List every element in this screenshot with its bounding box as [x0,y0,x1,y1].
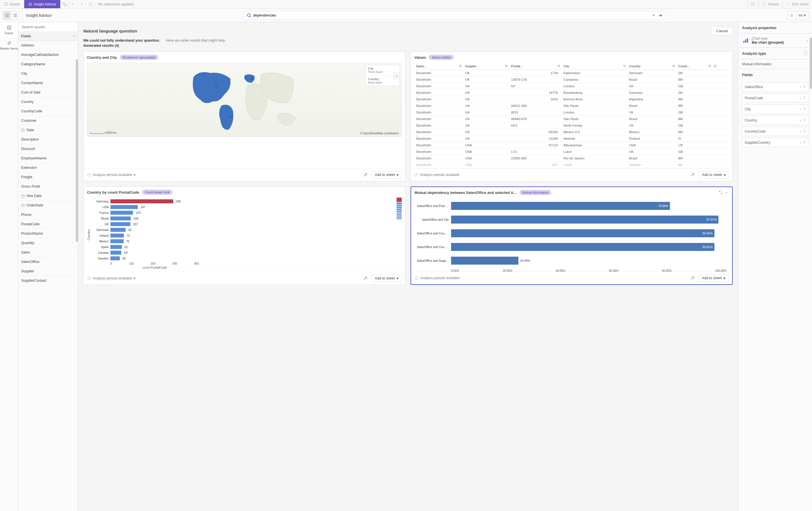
bar-row[interactable]: USA147 [92,205,394,210]
field-item[interactable]: Customer [18,116,78,125]
explore-icon[interactable] [689,171,697,179]
table-header[interactable]: Count…🔍︎ [676,63,713,70]
bar-row[interactable]: Denmark82 [92,227,394,232]
property-field-item[interactable]: CountryCode›⠿ [742,127,809,136]
field-item[interactable]: Cost of Sale [18,88,78,97]
smart-search-icon[interactable] [60,2,69,6]
bar-row[interactable]: Ireland72 [92,233,394,238]
field-item[interactable]: Date [18,125,78,135]
explore-icon[interactable] [361,274,370,282]
assets-search-input[interactable] [21,25,75,29]
side-scrollbar[interactable] [76,59,78,242]
grip-icon[interactable]: ⠿ [803,118,806,122]
fields-category-header[interactable]: Fields ⌃ [18,32,78,41]
clear-search-icon[interactable]: ✕ [651,12,657,19]
table-row[interactable]: StockholmUKHU1North FerribyUKGB [414,122,729,129]
table-row[interactable]: StockholmUK1010Buenos AiresArgentinaAR [414,96,729,103]
field-item[interactable]: Supplier [18,267,78,276]
field-item[interactable]: Phone [18,210,78,219]
table-row[interactable]: StockholmUK1734KøbenhavnDenmarkDK [414,70,729,77]
add-to-sheet-button[interactable]: Add to sheet ▾ [699,274,729,282]
table-header[interactable]: City🔍︎ [562,63,628,70]
field-item[interactable]: Quantity [18,238,78,248]
property-field-item[interactable]: SupplierCountry›⠿ [742,138,809,147]
nlq-search-box[interactable]: ✕ [244,11,666,20]
field-item[interactable]: EmployeeName [18,154,78,163]
language-select[interactable]: en▾ [796,11,809,20]
table-header[interactable]: Sales…🔍︎ [414,63,463,70]
microphone-button[interactable] [787,11,796,20]
add-to-sheet-button[interactable]: Add to sheet ▾ [372,275,402,282]
field-item[interactable]: Country [18,97,78,107]
bar-row[interactable]: SalesOffice and Country95.62% [417,228,726,238]
bookmarks-button[interactable] [747,0,758,8]
table-header[interactable]: C [713,63,729,70]
rail-master-items[interactable]: Master items [0,38,18,53]
field-item[interactable]: Address [18,41,78,50]
periods-label[interactable]: Analysis periods available [420,173,459,177]
table-row[interactable]: StockholmUSA972LuleåSwedenSE [414,162,729,168]
bar-row[interactable]: SalesOffice and City97.07% [417,214,726,225]
table-row[interactable]: StockholmUK14776BrandenburgGermanyDE [414,90,729,96]
bar-row[interactable]: Mexico70 [92,239,394,244]
periods-label[interactable]: Analysis periods available [93,173,132,177]
mutual-bar-chart[interactable]: SalesOffice and PostalCode79.50%SalesOff… [414,198,729,269]
table-row[interactable]: StockholmUK08440-070São PauloBrazilBR [414,116,729,122]
add-to-sheet-button[interactable]: Add to sheet ▾ [699,171,729,179]
field-item[interactable]: SalesOffice [18,257,78,267]
periods-label[interactable]: Analysis periods available [420,276,460,280]
bar-row[interactable]: Sweden50 [92,256,394,261]
bar-row[interactable]: UK107 [92,221,394,227]
cancel-button[interactable]: Cancel [712,27,733,35]
bar-row[interactable]: Brazil109 [92,216,394,221]
table-row[interactable]: StockholmUK21240HelsinkiFinlandFI [414,136,729,142]
add-to-sheet-button[interactable]: Add to sheet ▾ [372,171,402,179]
bar-row[interactable]: Germany338 [92,199,394,204]
minimap-bars[interactable] [397,198,402,272]
content-scrollbar[interactable] [810,38,812,89]
field-item[interactable]: Freight [18,173,78,182]
grip-icon[interactable]: ⠿ [803,96,806,100]
clear-selections-icon[interactable] [86,2,95,6]
field-item[interactable]: Sales [18,248,78,257]
fullscreen-icon[interactable] [719,190,723,195]
bar-row[interactable]: Spain61 [92,244,394,249]
map-chart[interactable]: CityPoint layer CountryArea layer 5000 k… [87,63,402,137]
table-row[interactable]: StockholmUKN7LondonUKGB [414,83,729,90]
periods-label[interactable]: Analysis periods available [93,276,132,280]
grip-icon[interactable]: ⠿ [803,85,806,89]
sheets-button[interactable]: Sheets [758,0,783,8]
field-item[interactable]: CategoryName [18,60,78,69]
table-row[interactable]: StockholmUK06200México D.F.MexicoMX [414,129,729,136]
bar-row[interactable]: France122 [92,210,394,215]
edit-sheet-button[interactable]: Edit sheet [783,0,812,8]
property-field-item[interactable]: PostalCode›⠿ [742,93,809,103]
table-header[interactable]: Country🔍︎ [628,63,676,70]
submit-search-icon[interactable] [657,12,663,19]
bar-row[interactable]: SalesOffice and CountryCo…95.62% [417,242,726,252]
grip-icon[interactable]: ⠿ [803,107,806,111]
field-item[interactable]: Gross Profit [18,182,78,191]
table-header[interactable]: Supplie…🔍︎ [463,63,509,70]
show-properties-toggle[interactable] [11,11,19,20]
table-header[interactable]: Postal…🔍︎ [509,63,562,70]
step-forward-icon[interactable] [78,2,86,6]
more-icon[interactable]: ⋯ [725,190,729,195]
insight-advisor-tab[interactable]: Insight Advisor [24,0,60,8]
values-table[interactable]: Sales…🔍︎Supplie…🔍︎Postal…🔍︎City🔍︎Country… [414,63,729,168]
bar-row[interactable]: SalesOffice and SupplierC…24.44% [417,256,726,266]
table-row[interactable]: StockholmUKW1SLondonUKGB [414,109,729,116]
rail-fields[interactable]: Fields [0,22,18,38]
field-item[interactable]: SupplierContact [18,276,78,285]
table-row[interactable]: StockholmUSA87110AlbuquerqueUSAUS [414,142,729,149]
property-field-item[interactable]: Country›⠿ [742,116,809,125]
field-item[interactable]: ProductName [18,229,78,238]
chart-type-row[interactable]: Chart typeBar chart (grouped) › [738,34,812,48]
explore-icon[interactable] [689,274,696,282]
step-back-icon[interactable] [69,2,78,6]
field-item[interactable]: Description [18,135,78,144]
map-home-icon[interactable] [394,73,400,79]
field-item[interactable]: AverageCallSatisfaction [18,50,78,60]
country-bar-chart[interactable]: Country Germany338USA147France122Brazil1… [87,198,402,272]
explore-icon[interactable] [361,171,370,179]
